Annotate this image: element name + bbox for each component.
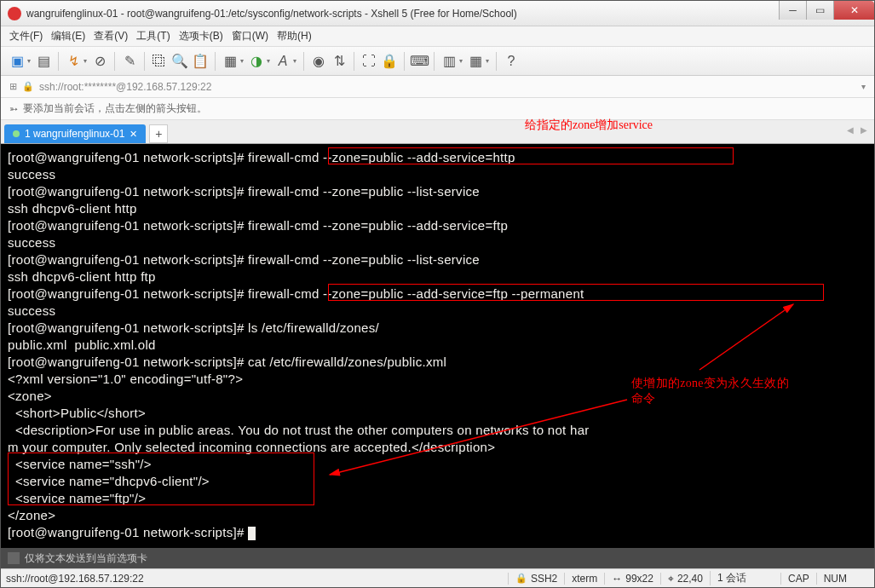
transfer-icon[interactable]: ⇅ [331,54,347,69]
minimize-button[interactable]: ─ [779,1,806,20]
close-button[interactable]: ✕ [833,1,874,20]
menu-window[interactable]: 窗口(W) [232,29,268,43]
reconnect-icon[interactable]: ↯ [66,54,81,69]
fullscreen-icon[interactable]: ⛶ [361,54,377,69]
new-session-icon[interactable]: ▣ [9,54,25,69]
bookmark-add-icon[interactable]: ⊞ [9,81,17,92]
paste-icon[interactable]: 📋 [193,54,208,69]
menu-help[interactable]: 帮助(H) [277,29,312,43]
properties-icon[interactable]: ✎ [122,54,137,69]
status-term: xterm [564,573,604,585]
statusbar: ssh://root@192.168.57.129:22 🔒SSH2 xterm… [1,568,874,587]
tabs-scroll-right-icon[interactable]: ▶ [861,125,867,135]
terminal-line: success [8,234,867,251]
terminal-line: ssh dhcpv6-client http [8,200,867,217]
annotation-right-1: 使增加的zone变为永久生效的 [631,376,789,391]
address-dropdown-icon[interactable]: ▾ [861,82,866,91]
menu-view[interactable]: 查看(V) [94,29,128,43]
terminal-line: <description>For use in public areas. Yo… [8,422,867,439]
terminal-line: [root@wangruifeng-01 network-scripts]# f… [8,251,867,268]
status-lock-icon: 🔒 [515,573,527,584]
tabs-row: 1 wangruifenglinux-01 ✕ + 给指定的zone增加serv… [1,120,874,144]
terminal-line: <service name="ftp"/> [8,490,867,507]
hint-text: 要添加当前会话，点击左侧的箭头按钮。 [23,101,207,116]
new-tab-button[interactable]: + [149,124,168,143]
cursor [248,527,256,540]
terminal-line: success [8,303,867,320]
maximize-button[interactable]: ▭ [806,1,833,20]
titlebar: wangruifenglinux-01 - root@wangruifeng-0… [1,1,874,26]
lock-small-icon: 🔒 [22,81,34,92]
status-caps: CAP [780,573,816,585]
terminal-line: [root@wangruifeng-01 network-scripts]# f… [8,285,867,303]
terminal-line: <service name="dhcpv6-client"/> [8,473,867,490]
status-proto: SSH2 [531,573,557,585]
find-icon[interactable]: 🔍 [172,54,187,69]
tile-icon[interactable]: ▦ [468,54,483,69]
hint-bar: ➳ 要添加当前会话，点击左侧的箭头按钮。 [1,98,874,120]
terminal-line: <service name="ssh"/> [8,456,867,473]
terminal-line: [root@wangruifeng-01 network-scripts]# f… [8,183,867,200]
terminal-line: m your computer. Only selected incoming … [8,439,867,456]
status-num: NUM [816,573,854,585]
script-icon[interactable]: ◉ [311,54,326,69]
send-hint-bar: 仅将文本发送到当前选项卡 [1,548,874,568]
help-icon[interactable]: ? [504,54,519,69]
annotation-top: 给指定的zone增加service [525,118,653,133]
terminal-line: [root@wangruifeng-01 network-scripts]# f… [8,217,867,234]
status-size: 99x22 [625,573,653,585]
terminal-line: [root@wangruifeng-01 network-scripts]# l… [8,320,867,337]
window-title: wangruifenglinux-01 - root@wangruifeng-0… [26,8,867,20]
terminal-line: [root@wangruifeng-01 network-scripts]# f… [8,149,867,166]
address-text[interactable]: ssh://root:********@192.168.57.129:22 [39,81,211,93]
menu-file[interactable]: 文件(F) [9,29,43,43]
layout-icon[interactable]: ▥ [441,54,457,69]
terminal[interactable]: [root@wangruifeng-01 network-scripts]# f… [1,144,874,548]
terminal-line: public.xml public.xml.old [8,337,867,354]
app-icon [8,7,21,20]
keyboard-icon[interactable]: ⌨ [412,54,427,69]
tabs-scroll-left-icon[interactable]: ◀ [847,125,854,135]
connection-status-icon [13,130,20,137]
bookmark-arrow-icon[interactable]: ➳ [9,103,18,115]
session-tab[interactable]: 1 wangruifenglinux-01 ✕ [4,124,146,143]
status-connection: ssh://root@192.168.57.129:22 [6,573,508,585]
terminal-line: </zone> [8,507,867,524]
tab-label: 1 wangruifenglinux-01 [25,128,124,140]
font-icon[interactable]: A [275,54,291,69]
menu-tools[interactable]: 工具(T) [136,29,170,43]
annotation-right-2: 命令 [631,391,656,406]
tab-close-icon[interactable]: ✕ [130,129,137,140]
menubar: 文件(F) 编辑(E) 查看(V) 工具(T) 选项卡(B) 窗口(W) 帮助(… [1,26,874,47]
address-bar: ⊞ 🔒 ssh://root:********@192.168.57.129:2… [1,76,874,98]
menu-edit[interactable]: 编辑(E) [51,29,85,43]
terminal-line: <short>Public</short> [8,405,867,422]
terminal-line: ssh dhcpv6-client http ftp [8,268,867,285]
terminal-line: [root@wangruifeng-01 network-scripts]# c… [8,354,867,371]
terminal-line: success [8,166,867,183]
disconnect-icon[interactable]: ⊘ [92,54,107,69]
send-mode-icon[interactable] [8,552,20,564]
grid-icon[interactable]: ▦ [222,54,238,69]
status-pos-icon: ⌖ [668,573,674,585]
color-icon[interactable]: ◑ [249,54,264,69]
send-hint-text: 仅将文本发送到当前选项卡 [25,551,147,566]
terminal-line: [root@wangruifeng-01 network-scripts]# [8,524,867,541]
menu-tabs[interactable]: 选项卡(B) [179,29,223,43]
copy-icon[interactable]: ⿻ [152,54,167,69]
open-icon[interactable]: ▤ [36,54,51,69]
toolbar: ▣▾ ▤ ↯▾ ⊘ ✎ ⿻ 🔍 📋 ▦▾ ◑▾ A▾ ◉ ⇅ ⛶ 🔒 ⌨ ▥▾ … [1,47,874,76]
status-pos: 22,40 [677,573,703,585]
lock-icon[interactable]: 🔒 [382,54,397,69]
status-size-icon: ↔ [612,573,622,585]
status-sessions: 1 会话 [710,571,753,585]
